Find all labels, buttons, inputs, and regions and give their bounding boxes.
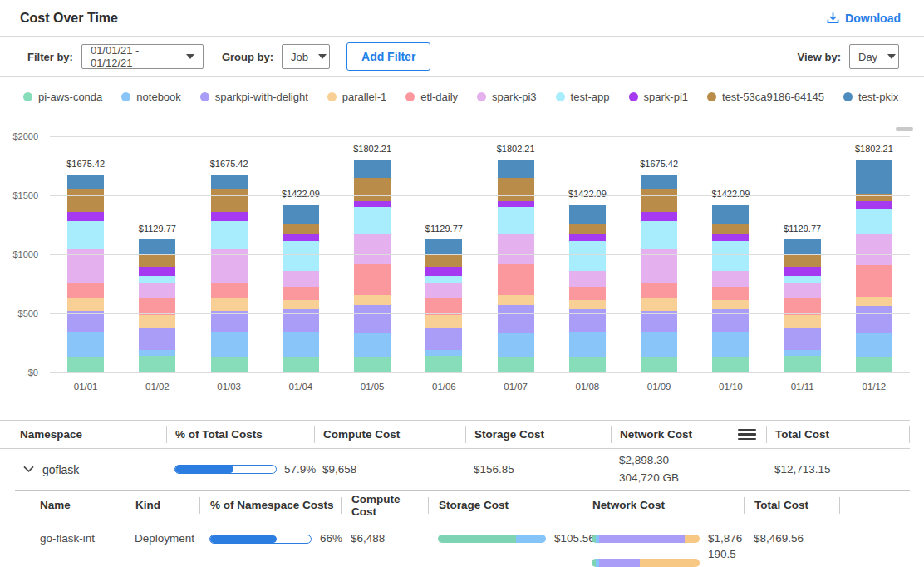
bar-segment-pi-aws-conda[interactable] — [712, 357, 749, 372]
bar-segment-pi-aws-conda[interactable] — [856, 357, 892, 372]
bar-segment-spark-pi1[interactable] — [211, 212, 248, 221]
bar-segment-notebook[interactable] — [641, 332, 677, 357]
bar-segment-spark-pi1[interactable] — [856, 201, 892, 209]
column-header-pct-namespace[interactable]: % of Namespace Costs — [199, 497, 341, 514]
bar-segment-test-53ca9186-64145[interactable] — [139, 255, 175, 268]
bar-segment-notebook[interactable] — [569, 332, 606, 357]
bar-segment-parallel-1[interactable] — [641, 298, 677, 311]
bar-segment-test-53ca9186-64145[interactable] — [283, 224, 319, 234]
bar-segment-sparkpi-with-delight[interactable] — [139, 328, 175, 351]
bar-segment-test-app[interactable] — [139, 276, 175, 283]
bar-segment-spark-pi1[interactable] — [354, 201, 391, 207]
bar-segment-parallel-1[interactable] — [425, 315, 462, 328]
bar-segment-pi-aws-conda[interactable] — [498, 357, 534, 372]
stacked-bar-01/02[interactable] — [139, 239, 175, 372]
bar-segment-notebook[interactable] — [784, 350, 821, 356]
bar-segment-parallel-1[interactable] — [856, 297, 892, 307]
stacked-bar-01/04[interactable] — [283, 205, 319, 372]
stacked-bar-01/07[interactable] — [498, 160, 534, 372]
bar-segment-parallel-1[interactable] — [784, 315, 821, 328]
bar-segment-parallel-1[interactable] — [498, 295, 534, 305]
bar-segment-spark-pi1[interactable] — [283, 234, 319, 241]
bar-segment-test-53ca9186-64145[interactable] — [425, 255, 462, 268]
bar-segment-test-pkix[interactable] — [139, 239, 175, 255]
bar-segment-etl-daily[interactable] — [641, 283, 677, 298]
legend-item-spark-pi3[interactable]: spark-pi3 — [477, 91, 536, 103]
stacked-bar-01/05[interactable] — [354, 160, 391, 372]
bar-segment-spark-pi3[interactable] — [712, 271, 749, 287]
bar-segment-spark-pi1[interactable] — [784, 267, 821, 276]
stacked-bar-01/12[interactable] — [856, 160, 892, 372]
stacked-bar-01/03[interactable] — [211, 175, 248, 372]
group-by-select[interactable]: Job — [282, 44, 330, 69]
bar-segment-pi-aws-conda[interactable] — [569, 357, 606, 372]
bar-segment-spark-pi3[interactable] — [283, 271, 319, 287]
bar-segment-sparkpi-with-delight[interactable] — [354, 305, 391, 333]
bar-segment-test-app[interactable] — [569, 241, 606, 270]
bar-segment-test-pkix[interactable] — [67, 175, 104, 189]
bar-segment-spark-pi1[interactable] — [67, 212, 104, 221]
bar-segment-spark-pi1[interactable] — [569, 234, 606, 241]
bar-segment-spark-pi3[interactable] — [425, 283, 462, 298]
bar-segment-pi-aws-conda[interactable] — [354, 357, 391, 372]
bar-segment-test-pkix[interactable] — [712, 205, 749, 224]
bar-segment-test-app[interactable] — [856, 209, 892, 235]
bar-segment-test-pkix[interactable] — [856, 160, 892, 194]
bar-segment-etl-daily[interactable] — [712, 287, 749, 300]
bar-segment-test-53ca9186-64145[interactable] — [354, 178, 391, 202]
add-filter-button[interactable]: Add Filter — [346, 42, 430, 71]
bar-segment-etl-daily[interactable] — [856, 265, 892, 297]
bar-segment-test-app[interactable] — [354, 207, 391, 234]
bar-segment-notebook[interactable] — [856, 333, 892, 357]
bar-segment-test-53ca9186-64145[interactable] — [498, 178, 534, 202]
bar-segment-etl-daily[interactable] — [354, 264, 391, 295]
bar-segment-parallel-1[interactable] — [211, 298, 248, 311]
column-header-storage[interactable]: Storage Cost — [428, 497, 582, 514]
bar-segment-spark-pi3[interactable] — [139, 283, 175, 298]
bar-segment-pi-aws-conda[interactable] — [67, 357, 104, 372]
bar-segment-notebook[interactable] — [283, 332, 319, 357]
bar-segment-test-app[interactable] — [425, 276, 462, 283]
bar-segment-notebook[interactable] — [425, 350, 462, 356]
bar-segment-notebook[interactable] — [498, 333, 534, 357]
column-header-total[interactable]: Total Cost — [766, 426, 910, 443]
column-header-kind[interactable]: Kind — [125, 497, 199, 514]
bar-segment-parallel-1[interactable] — [67, 298, 104, 311]
stacked-bar-01/11[interactable] — [784, 239, 821, 372]
column-header-storage[interactable]: Storage Cost — [465, 426, 611, 443]
bar-segment-test-pkix[interactable] — [569, 205, 606, 224]
legend-item-test-53ca9186-64145[interactable]: test-53ca9186-64145 — [707, 91, 824, 103]
bar-segment-test-53ca9186-64145[interactable] — [211, 189, 248, 212]
bar-segment-notebook[interactable] — [354, 333, 391, 357]
bar-segment-test-pkix[interactable] — [784, 239, 821, 255]
bar-segment-etl-daily[interactable] — [498, 264, 534, 295]
column-menu-icon[interactable] — [738, 429, 756, 441]
stacked-bar-01/01[interactable] — [67, 175, 104, 372]
bar-segment-notebook[interactable] — [139, 350, 175, 356]
column-header-name[interactable]: Name — [15, 497, 125, 514]
date-range-select[interactable]: 01/01/21 - 01/12/21 — [81, 44, 204, 69]
bar-segment-pi-aws-conda[interactable] — [641, 357, 677, 372]
stacked-bar-01/10[interactable] — [712, 205, 749, 372]
bar-segment-test-pkix[interactable] — [641, 175, 677, 189]
legend-item-spark-pi1[interactable]: spark-pi1 — [629, 91, 688, 103]
bar-segment-parallel-1[interactable] — [354, 295, 391, 305]
bar-segment-spark-pi3[interactable] — [354, 234, 391, 264]
legend-item-etl-daily[interactable]: etl-daily — [405, 91, 458, 103]
legend-item-test-app[interactable]: test-app — [556, 91, 610, 103]
column-header-total[interactable]: Total Cost — [744, 497, 839, 514]
bar-segment-spark-pi3[interactable] — [498, 234, 534, 264]
bar-segment-spark-pi1[interactable] — [139, 267, 175, 276]
bar-segment-test-pkix[interactable] — [354, 160, 391, 177]
column-header-namespace[interactable]: Namespace — [0, 426, 166, 443]
bar-segment-test-app[interactable] — [67, 221, 104, 249]
bar-segment-test-app[interactable] — [498, 207, 534, 234]
bar-segment-sparkpi-with-delight[interactable] — [498, 305, 534, 333]
bar-segment-parallel-1[interactable] — [569, 300, 606, 309]
bar-segment-spark-pi3[interactable] — [569, 271, 606, 287]
legend-item-sparkpi-with-delight[interactable]: sparkpi-with-delight — [200, 91, 308, 103]
bar-segment-notebook[interactable] — [211, 332, 248, 357]
column-header-compute[interactable]: Compute Cost — [341, 497, 428, 514]
legend-item-notebook[interactable]: notebook — [121, 91, 181, 103]
download-button[interactable]: Download — [827, 12, 901, 25]
